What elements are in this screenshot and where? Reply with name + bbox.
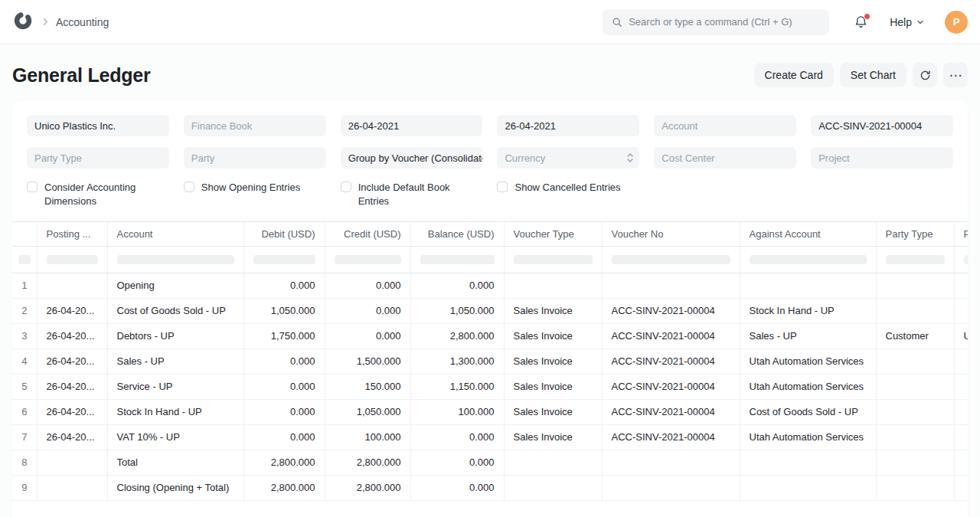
cell-credit[interactable]: 1,500.000: [325, 348, 410, 374]
global-search[interactable]: [603, 9, 829, 35]
company-filter[interactable]: [27, 115, 169, 136]
cell-voucher-type[interactable]: [504, 475, 602, 500]
cell-party[interactable]: [954, 399, 968, 424]
cost-center-input[interactable]: [662, 152, 789, 164]
cell-balance[interactable]: 100.000: [410, 399, 504, 424]
from-date-input[interactable]: [348, 120, 475, 132]
header-account[interactable]: Account: [107, 222, 243, 246]
cell-party-type[interactable]: [876, 273, 954, 298]
cell-posting-date[interactable]: [37, 475, 107, 500]
filter-box-posting-date[interactable]: [47, 255, 98, 264]
filter-box-voucher-type[interactable]: [514, 255, 593, 264]
filter-box-voucher-no[interactable]: [612, 255, 730, 264]
notifications-button[interactable]: [854, 15, 868, 29]
cell-credit[interactable]: 0.000: [325, 273, 410, 298]
cell-account[interactable]: Stock In Hand - UP: [107, 399, 243, 424]
menu-button[interactable]: ⋯: [943, 63, 968, 87]
party-filter[interactable]: [184, 147, 326, 169]
header-balance[interactable]: Balance (USD): [410, 222, 504, 246]
cell-party[interactable]: [954, 298, 968, 323]
cell-debit[interactable]: 2,800.000: [243, 450, 325, 475]
app-logo[interactable]: [12, 11, 34, 33]
company-input[interactable]: [34, 120, 162, 132]
cell-voucher-type[interactable]: Sales Invoice: [504, 424, 602, 450]
cell-voucher-no[interactable]: [602, 450, 740, 475]
checkbox-show-cancelled-entries[interactable]: Show Cancelled Entries: [497, 181, 639, 208]
cell-credit[interactable]: 100.000: [325, 424, 410, 450]
cell-debit[interactable]: 0.000: [243, 374, 325, 399]
cell-voucher-type[interactable]: [504, 273, 602, 298]
cell-against-account[interactable]: Stock In Hand - UP: [740, 298, 876, 323]
cell-voucher-no[interactable]: [602, 273, 740, 298]
currency-select[interactable]: Currency: [497, 147, 639, 169]
cell-against-account[interactable]: Utah Automation Services: [740, 374, 876, 399]
cell-credit[interactable]: 0.000: [325, 298, 410, 323]
filter-box-debit[interactable]: [253, 255, 315, 264]
create-card-button[interactable]: Create Card: [754, 63, 834, 87]
cell-party[interactable]: [954, 475, 968, 500]
header-voucher-no[interactable]: Voucher No: [602, 222, 740, 246]
filter-box-balance[interactable]: [420, 255, 495, 264]
finance-book-input[interactable]: [191, 120, 318, 132]
cell-account[interactable]: Total: [107, 450, 243, 475]
cell-party-type[interactable]: [876, 298, 954, 323]
filter-box-party[interactable]: [964, 255, 969, 264]
checkbox-icon[interactable]: [27, 182, 38, 192]
cell-party-type[interactable]: [876, 450, 954, 475]
group-by-select[interactable]: Group by Voucher (Consolidated): [341, 147, 483, 169]
cell-account[interactable]: Sales - UP: [107, 348, 243, 374]
cell-account[interactable]: Cost of Goods Sold - UP: [107, 298, 243, 323]
cell-party-type[interactable]: [876, 374, 954, 399]
cell-party[interactable]: [954, 374, 968, 399]
voucher-no-filter[interactable]: [811, 115, 953, 136]
cell-account[interactable]: Debtors - UP: [107, 323, 243, 348]
cell-voucher-type[interactable]: Sales Invoice: [504, 323, 602, 348]
cell-party[interactable]: Utah Automation Services: [954, 323, 968, 348]
cost-center-filter[interactable]: [654, 147, 796, 169]
search-input[interactable]: [629, 16, 820, 28]
cell-voucher-no[interactable]: ACC-SINV-2021-00004: [602, 323, 740, 348]
cell-voucher-no[interactable]: ACC-SINV-2021-00004: [602, 298, 740, 323]
cell-voucher-no[interactable]: ACC-SINV-2021-00004: [602, 374, 740, 399]
cell-voucher-no[interactable]: ACC-SINV-2021-00004: [602, 424, 740, 450]
cell-account[interactable]: Opening: [107, 273, 243, 298]
cell-against-account[interactable]: [740, 273, 876, 298]
cell-balance[interactable]: 0.000: [410, 475, 504, 500]
project-filter[interactable]: [811, 147, 953, 169]
cell-posting-date[interactable]: 26-04-20...: [37, 424, 107, 450]
header-debit[interactable]: Debit (USD): [243, 222, 325, 246]
cell-against-account[interactable]: Sales - UP: [740, 323, 876, 348]
account-filter[interactable]: [654, 115, 796, 136]
cell-credit[interactable]: 2,800.000: [325, 450, 410, 475]
cell-voucher-no[interactable]: ACC-SINV-2021-00004: [602, 399, 740, 424]
cell-debit[interactable]: 2,800.000: [243, 475, 325, 500]
cell-debit[interactable]: 0.000: [243, 273, 325, 298]
cell-party-type[interactable]: [876, 399, 954, 424]
header-voucher-type[interactable]: Voucher Type: [504, 222, 602, 246]
set-chart-button[interactable]: Set Chart: [840, 63, 906, 87]
cell-debit[interactable]: 0.000: [243, 348, 325, 374]
cell-party[interactable]: [954, 424, 968, 450]
cell-voucher-type[interactable]: Sales Invoice: [504, 348, 602, 374]
cell-voucher-type[interactable]: Sales Invoice: [504, 374, 602, 399]
voucher-no-input[interactable]: [818, 120, 946, 132]
cell-party[interactable]: [954, 273, 968, 298]
filter-box-party-type[interactable]: [886, 255, 945, 264]
cell-credit[interactable]: 0.000: [325, 323, 410, 348]
cell-account[interactable]: Service - UP: [107, 374, 243, 399]
cell-against-account[interactable]: Utah Automation Services: [740, 424, 876, 450]
header-party-type[interactable]: Party Type: [876, 222, 954, 246]
cell-account[interactable]: VAT 10% - UP: [107, 424, 243, 450]
checkbox-consider-accounting-dimensions[interactable]: Consider Accounting Dimensions: [27, 181, 169, 208]
cell-posting-date[interactable]: [37, 273, 107, 298]
cell-debit[interactable]: 1,050.000: [243, 298, 325, 323]
to-date-input[interactable]: [505, 120, 632, 132]
cell-debit[interactable]: 1,750.000: [243, 323, 325, 348]
user-avatar[interactable]: P: [945, 11, 968, 34]
cell-against-account[interactable]: [740, 475, 876, 500]
cell-posting-date[interactable]: 26-04-20...: [37, 399, 107, 424]
filter-box-against-account[interactable]: [750, 255, 867, 264]
header-posting-date[interactable]: Posting ...: [37, 222, 107, 246]
cell-against-account[interactable]: Utah Automation Services: [740, 348, 876, 374]
refresh-button[interactable]: [913, 63, 937, 87]
